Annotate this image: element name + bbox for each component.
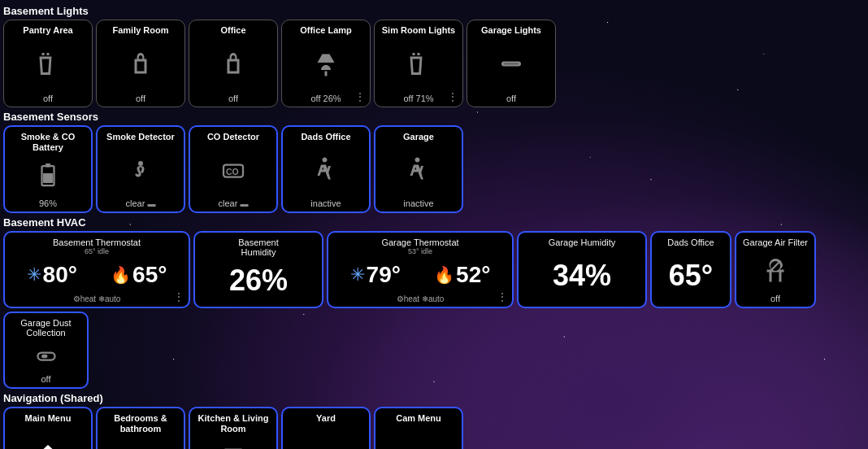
- nav-kitchen-icon: [217, 434, 250, 449]
- smoke-co-battery-title: Smoke & COBattery: [21, 132, 76, 153]
- nav-yard[interactable]: Yard: [281, 407, 371, 449]
- sim-room-status: off 71%: [403, 94, 433, 103]
- tile-family-room[interactable]: Family Room off: [96, 20, 185, 107]
- basement-thermostat-more[interactable]: ⋮: [173, 291, 184, 303]
- nav-bedrooms-title: Bedrooms & bathroom: [102, 413, 179, 434]
- sim-room-title: Sim Room Lights: [382, 25, 455, 36]
- hvac-label: Basement HVAC: [3, 216, 865, 229]
- garage-dust-status: off: [41, 374, 50, 384]
- nav-kitchen-title: Kitchen & Living Room: [195, 413, 271, 434]
- nav-cam-menu-title: Cam Menu: [396, 413, 441, 424]
- garage-thermostat-current: 🔥 52°: [434, 262, 490, 288]
- garage-dust-icon: [32, 338, 61, 374]
- office-icon: [219, 36, 248, 94]
- pantry-area-icon: [33, 36, 63, 94]
- section-lights: Basement Lights Pantry Area off Family R…: [3, 5, 865, 107]
- nav-label: Navigation (Shared): [3, 392, 865, 404]
- tile-garage-lights[interactable]: Garage Lights off: [467, 20, 556, 107]
- basement-thermostat-set-temp: 80°: [43, 262, 77, 288]
- dads-office-title: Dads Office: [301, 132, 350, 142]
- basement-thermostat-title: Basement Thermostat: [10, 238, 184, 247]
- tile-garage-air-filter[interactable]: Garage Air Filter off: [735, 231, 816, 308]
- tile-basement-thermostat[interactable]: Basement Thermostat 65° idle ✳ 80° 🔥 65°…: [3, 231, 190, 308]
- smoke-co-battery-status: 96%: [39, 198, 57, 208]
- svg-rect-4: [43, 173, 53, 183]
- dads-office-status: inactive: [310, 198, 341, 208]
- svg-text:CO: CO: [226, 167, 239, 177]
- basement-thermostat-setpoint: 65° idle: [85, 247, 109, 255]
- co-detector-icon: CO: [219, 142, 248, 198]
- pantry-area-title: Pantry Area: [23, 25, 72, 36]
- office-lamp-status: off 26%: [310, 94, 341, 103]
- nav-yard-icon: [310, 424, 342, 449]
- nav-bedrooms[interactable]: Bedrooms & bathroom: [96, 407, 185, 449]
- office-status: off: [228, 94, 238, 103]
- tile-dads-office-hvac[interactable]: Dads Office 65°: [650, 231, 731, 308]
- tile-garage-humidity[interactable]: Garage Humidity 34%: [517, 231, 647, 308]
- garage-thermostat-footer: ⚙heat ❄auto: [333, 294, 507, 303]
- office-lamp-more[interactable]: ⋮: [354, 91, 366, 102]
- nav-main-menu-title: Main Menu: [25, 413, 72, 424]
- garage-thermostat-current-temp: 52°: [456, 262, 490, 288]
- nav-main-menu[interactable]: Main Menu: [3, 407, 93, 449]
- tile-smoke-co-battery[interactable]: Smoke & COBattery 96%: [3, 125, 93, 213]
- family-room-icon: [126, 36, 155, 94]
- nav-kitchen[interactable]: Kitchen & Living Room: [189, 407, 278, 449]
- tile-office[interactable]: Office off: [189, 20, 278, 107]
- sim-room-more[interactable]: ⋮: [447, 91, 458, 102]
- tile-smoke-detector[interactable]: Smoke Detector clear ▬: [96, 125, 185, 213]
- basement-thermostat-body: ✳ 80° 🔥 65°: [10, 255, 184, 294]
- pantry-area-status: off: [43, 94, 53, 103]
- garage-thermostat-title: Garage Thermostat: [333, 238, 507, 247]
- garage-thermostat-set: ✳ 79°: [350, 262, 401, 288]
- garage-thermostat-more[interactable]: ⋮: [497, 291, 508, 303]
- nav-yard-title: Yard: [316, 413, 336, 424]
- garage-lights-title: Garage Lights: [481, 25, 541, 36]
- tile-garage-sensor[interactable]: Garage inactive: [374, 125, 463, 213]
- basement-humidity-title: BasementHumidity: [200, 238, 317, 257]
- basement-thermostat-current: 🔥 65°: [111, 262, 167, 288]
- section-nav: Navigation (Shared) Main Menu Bedrooms &…: [3, 392, 865, 449]
- hvac-tiles-row: Basement Thermostat 65° idle ✳ 80° 🔥 65°…: [3, 231, 865, 389]
- tile-basement-humidity[interactable]: BasementHumidity 26%: [193, 231, 323, 308]
- family-room-title: Family Room: [112, 25, 168, 36]
- garage-sensor-title: Garage: [403, 132, 434, 142]
- co-detector-status: clear ▬: [219, 198, 249, 208]
- dads-office-hvac-value: 65°: [669, 247, 713, 303]
- tile-co-detector[interactable]: CO Detector CO clear ▬: [189, 125, 278, 213]
- tile-garage-thermostat[interactable]: Garage Thermostat 53° idle ✳ 79° 🔥 52° ⚙…: [327, 231, 514, 308]
- office-title: Office: [220, 25, 245, 36]
- garage-humidity-title: Garage Humidity: [523, 238, 640, 247]
- garage-humidity-value: 34%: [553, 247, 611, 303]
- garage-thermostat-set-temp: 79°: [367, 262, 401, 288]
- tile-dads-office[interactable]: Dads Office inactive: [281, 125, 371, 213]
- garage-sensor-status: inactive: [403, 198, 433, 208]
- sensors-tiles-row: Smoke & COBattery 96% Smoke Detector cle…: [3, 125, 865, 213]
- svg-rect-3: [46, 163, 50, 168]
- tile-sim-room[interactable]: Sim Room Lights off 71% ⋮: [374, 20, 463, 107]
- nav-cam-menu-icon: [402, 424, 435, 449]
- dads-office-hvac-title: Dads Office: [657, 238, 725, 247]
- tile-garage-dust[interactable]: Garage Dust Collection off: [3, 312, 89, 389]
- nav-tiles-row: Main Menu Bedrooms & bathroom Kitchen & …: [3, 407, 865, 449]
- garage-sensor-icon: [404, 142, 433, 198]
- section-sensors: Basement Sensors Smoke & COBattery 96% S…: [3, 111, 865, 213]
- office-lamp-icon: [311, 36, 341, 94]
- basement-thermostat-set: ✳ 80°: [27, 262, 77, 288]
- tile-office-lamp[interactable]: Office Lamp off 26% ⋮: [281, 20, 371, 107]
- smoke-detector-status: clear ▬: [126, 198, 156, 208]
- smoke-co-battery-icon: [33, 153, 63, 198]
- garage-thermostat-body: ✳ 79° 🔥 52°: [333, 255, 507, 294]
- nav-main-menu-icon: [32, 424, 64, 449]
- basement-thermostat-footer: ⚙heat ❄auto: [10, 294, 184, 303]
- lights-label: Basement Lights: [3, 5, 865, 17]
- basement-humidity-value: 26%: [229, 257, 288, 303]
- svg-line-8: [770, 261, 780, 271]
- dads-office-icon: [311, 142, 341, 198]
- tile-pantry-area[interactable]: Pantry Area off: [3, 20, 93, 107]
- smoke-detector-title: Smoke Detector: [106, 132, 175, 142]
- nav-cam-menu[interactable]: Cam Menu: [374, 407, 463, 449]
- garage-air-filter-status: off: [770, 294, 780, 303]
- nav-bedrooms-icon: [124, 434, 157, 449]
- lights-tiles-row: Pantry Area off Family Room off Office: [3, 20, 865, 107]
